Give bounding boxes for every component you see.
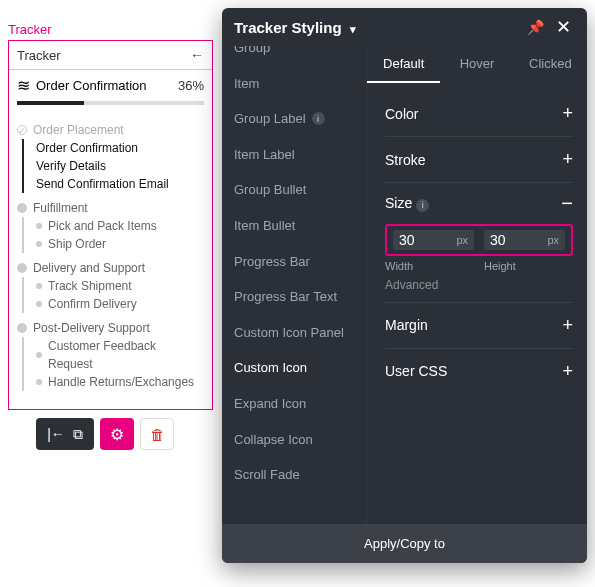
wave-icon: ≋ [17,76,30,95]
tab-clicked[interactable]: Clicked [514,46,587,83]
sidebar-item[interactable]: Item Label [222,137,366,173]
pin-icon[interactable]: 📌 [527,19,544,35]
step-bullet [17,203,27,213]
gear-icon: ⚙ [110,425,124,444]
step-bullet [17,125,27,135]
widget-toolbar: |← ⧉ ⚙ 🗑 [36,418,174,450]
sub-step: Pick and Pack Items [36,217,204,235]
collapse-icon: |← [47,426,65,442]
plus-icon: + [562,315,573,336]
section-size-label: Size [385,195,412,211]
width-unit: px [456,234,468,246]
settings-button[interactable]: ⚙ [100,418,134,450]
panel-title[interactable]: Tracker Styling ▾ [234,19,519,36]
section-stroke[interactable]: Stroke + [385,136,573,182]
step-title: Fulfillment [33,201,88,215]
section-color[interactable]: Color + [385,91,573,136]
step-bullet [17,263,27,273]
plus-icon: + [562,361,573,382]
step-title: Post-Delivery Support [33,321,150,335]
step: FulfillmentPick and Pack ItemsShip Order [17,201,204,253]
open-external-icon: ⧉ [73,426,83,443]
tab-default[interactable]: Default [367,46,440,83]
step: Post-Delivery SupportCustomer Feedback R… [17,321,204,391]
size-input-row: px px [385,224,573,256]
sidebar-item[interactable]: Progress Bar Text [222,279,366,315]
plus-icon: + [562,103,573,124]
sub-step: Handle Returns/Exchanges [36,373,204,391]
section-stroke-label: Stroke [385,152,425,168]
sidebar-item[interactable]: Progress Bar [222,244,366,280]
sub-step: Order Confirmation [36,139,204,157]
tracker-header: Tracker ← [9,41,212,70]
style-right-pane: DefaultHoverClicked Color + Stroke + Siz… [367,46,587,524]
section-size-label-wrap: Size i [385,195,429,212]
height-label: Height [484,260,573,272]
chevron-down-icon: ▾ [350,23,356,35]
state-tabs: DefaultHoverClicked [367,46,587,83]
section-color-label: Color [385,106,418,122]
delete-button[interactable]: 🗑 [140,418,174,450]
sidebar-item[interactable]: Group [222,46,366,66]
sidebar-item[interactable]: Item Bullet [222,208,366,244]
steps-list: Order PlacementOrder ConfirmationVerify … [9,111,212,395]
tab-hover[interactable]: Hover [440,46,513,83]
section-margin-label: Margin [385,317,428,333]
sidebar-item[interactable]: Scroll Fade [222,457,366,493]
sidebar-item[interactable]: Item [222,66,366,102]
panel-title-text: Tracker Styling [234,19,342,36]
step-title: Order Placement [33,123,124,137]
progress-bar [17,101,204,105]
info-icon: i [416,199,429,212]
height-input[interactable] [490,232,547,248]
step-title: Delivery and Support [33,261,145,275]
tracker-styling-panel: Tracker Styling ▾ 📌 ✕ GroupItemGroup Lab… [222,8,587,563]
sidebar-item[interactable]: Custom Icon [222,350,366,386]
sidebar-item[interactable]: Group Bullet [222,172,366,208]
sub-step: Customer Feedback Request [36,337,204,373]
sub-step: Verify Details [36,157,204,175]
sidebar-item[interactable]: Collapse Icon [222,422,366,458]
tracker-outer-label: Tracker [8,22,52,37]
toolbar-dark-group[interactable]: |← ⧉ [36,418,94,450]
advanced-link[interactable]: Advanced [385,278,573,292]
current-step-row: ≋ Order Confirmation 36% [9,70,212,101]
step-bullet [17,323,27,333]
tracker-widget: Tracker ← ≋ Order Confirmation 36% Order… [8,40,213,410]
height-field[interactable]: px [484,230,565,250]
plus-icon: + [562,149,573,170]
section-size[interactable]: Size i − [385,182,573,224]
info-icon: i [312,112,325,125]
sidebar-item[interactable]: Expand Icon [222,386,366,422]
section-usercss-label: User CSS [385,363,447,379]
trash-icon: 🗑 [150,426,165,443]
panel-header: Tracker Styling ▾ 📌 ✕ [222,8,587,46]
sub-step: Confirm Delivery [36,295,204,313]
sidebar-item[interactable]: Group Labeli [222,101,366,137]
sub-step: Send Confirmation Email [36,175,204,193]
section-usercss[interactable]: User CSS + [385,348,573,394]
tracker-title: Tracker [17,48,61,63]
width-input[interactable] [399,232,456,248]
width-field[interactable]: px [393,230,474,250]
sidebar-item[interactable]: Custom Icon Panel [222,315,366,351]
step: Delivery and SupportTrack ShipmentConfir… [17,261,204,313]
current-step-label: Order Confirmation [36,78,172,93]
sub-step: Ship Order [36,235,204,253]
close-icon[interactable]: ✕ [552,16,575,38]
minus-icon: − [561,198,573,208]
step: Order PlacementOrder ConfirmationVerify … [17,123,204,193]
back-arrow-icon[interactable]: ← [190,47,204,63]
style-sections: Color + Stroke + Size i − [367,83,587,394]
progress-percent: 36% [178,78,204,93]
section-margin[interactable]: Margin + [385,302,573,348]
sub-step: Track Shipment [36,277,204,295]
apply-copy-button[interactable]: Apply/Copy to [222,524,587,563]
width-label: Width [385,260,474,272]
style-sidebar: GroupItemGroup LabeliItem LabelGroup Bul… [222,46,367,524]
size-controls: px px Width Height Advanced [385,224,573,302]
height-unit: px [547,234,559,246]
